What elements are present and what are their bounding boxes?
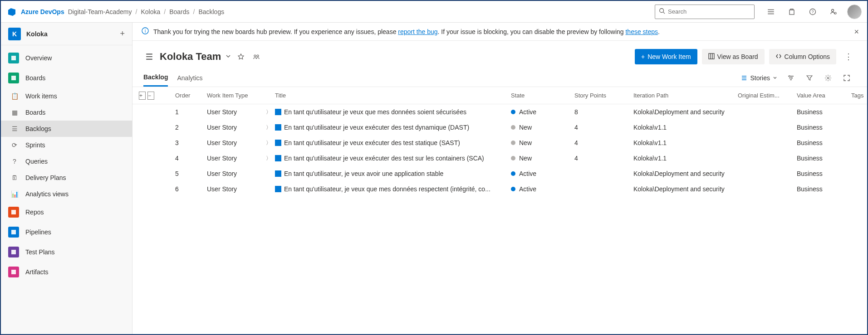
filter-icon[interactable] xyxy=(804,73,814,83)
cell-state: Active xyxy=(511,108,574,116)
cell-value-area: Business xyxy=(797,108,851,116)
cell-title[interactable]: En tant qu'utilisateur je veux exécuter … xyxy=(275,139,511,146)
collapse-all-button[interactable]: − xyxy=(147,92,154,100)
table-row[interactable]: 5 User Story En tant qu'utilisateur, je … xyxy=(132,166,867,181)
sidebar-sub-delivery-plans[interactable]: 🗓Delivery Plans xyxy=(1,170,132,186)
col-state[interactable]: State xyxy=(511,92,574,99)
sidebar-item-artifacts[interactable]: Artifacts xyxy=(1,262,132,282)
col-type[interactable]: Work Item Type xyxy=(207,92,266,99)
state-dot-icon xyxy=(511,141,515,145)
cell-title[interactable]: En tant qu'utilisateur je veux exécuter … xyxy=(275,155,511,162)
expand-chevron-icon[interactable]: 〉 xyxy=(266,109,271,115)
more-actions-icon[interactable]: ⋮ xyxy=(841,52,856,62)
columns-icon xyxy=(775,53,782,61)
sidebar-item-repos[interactable]: Repos xyxy=(1,202,132,222)
cell-state: New xyxy=(511,139,574,146)
sidebar-item-boards[interactable]: Boards xyxy=(1,68,132,88)
project-selector[interactable]: K Koloka + xyxy=(1,23,132,45)
banner-link-report[interactable]: report the bug xyxy=(398,28,437,35)
banner-link-steps[interactable]: these steps xyxy=(625,28,658,35)
sidebar-sub-queries[interactable]: ?Queries xyxy=(1,153,132,170)
backlog-level-picker[interactable]: Stories xyxy=(741,74,777,82)
sidebar-sub-analytics-views[interactable]: 📊Analytics views xyxy=(1,186,132,202)
sidebar-item-overview[interactable]: Overview xyxy=(1,48,132,68)
close-icon[interactable]: × xyxy=(854,27,859,37)
breadcrumb-item[interactable]: Backlogs xyxy=(198,8,224,15)
cell-value-area: Business xyxy=(797,170,851,177)
search-box[interactable] xyxy=(655,5,755,19)
cell-iteration: Koloka\Deployment and security xyxy=(633,170,738,177)
content-tabs: Backlog Analytics Stories xyxy=(132,69,867,87)
table-row[interactable]: 1 User Story 〉 En tant qu'utilisateur je… xyxy=(132,104,867,120)
sidebar-item-label: Artifacts xyxy=(25,268,49,276)
search-input[interactable] xyxy=(668,8,750,15)
tab-analytics[interactable]: Analytics xyxy=(177,70,202,86)
expand-chevron-icon[interactable]: 〉 xyxy=(266,155,271,161)
new-item-icon[interactable]: + xyxy=(120,29,125,39)
sidebar-sub-label: Backlogs xyxy=(25,125,51,132)
column-options-button[interactable]: Column Options xyxy=(769,49,836,64)
gear-icon[interactable] xyxy=(823,73,834,83)
view-as-board-button[interactable]: View as Board xyxy=(702,49,765,64)
col-tags[interactable]: Tags xyxy=(851,92,867,99)
user-story-icon xyxy=(275,170,281,177)
breadcrumb-item[interactable]: Digital-Team-Academy xyxy=(68,8,132,15)
sidebar-sub-label: Queries xyxy=(25,158,48,165)
cell-type: User Story xyxy=(207,124,266,131)
expand-chevron-icon[interactable]: 〉 xyxy=(266,140,271,146)
tab-backlog[interactable]: Backlog xyxy=(143,69,168,87)
col-value-area[interactable]: Value Area xyxy=(797,92,851,99)
favorite-star-icon[interactable] xyxy=(235,51,246,62)
cell-order: 5 xyxy=(175,170,207,177)
cell-title[interactable]: En tant qu'utilisateur, je veux avoir un… xyxy=(275,170,511,177)
svg-rect-9 xyxy=(11,210,16,214)
sidebar-sub-sprints[interactable]: ⟳Sprints xyxy=(1,137,132,153)
cell-title[interactable]: En tant qu'utilisateur, je veux que mes … xyxy=(275,185,511,193)
team-selector[interactable]: Koloka Team xyxy=(160,51,231,63)
expand-chevron-icon[interactable]: 〉 xyxy=(266,124,271,131)
marketplace-icon[interactable] xyxy=(785,5,799,19)
sidebar-item-test-plans[interactable]: Test Plans xyxy=(1,242,132,262)
table-row[interactable]: 4 User Story 〉 En tant qu'utilisateur je… xyxy=(132,151,867,166)
backlog-selector-icon[interactable] xyxy=(143,51,155,63)
svg-rect-10 xyxy=(11,230,16,234)
azure-devops-logo-icon[interactable] xyxy=(6,6,17,17)
table-row[interactable]: 3 User Story 〉 En tant qu'utilisateur je… xyxy=(132,135,867,151)
col-estimate[interactable]: Original Estim... xyxy=(738,92,797,99)
backlog-grid: + − Order Work Item Type Title State Sto… xyxy=(132,87,867,334)
user-story-icon xyxy=(275,124,281,131)
breadcrumb-item[interactable]: Boards xyxy=(169,8,189,15)
svg-point-16 xyxy=(257,55,259,57)
brand-link[interactable]: Azure DevOps xyxy=(21,8,64,15)
col-title[interactable]: Title xyxy=(275,92,511,99)
expand-all-button[interactable]: + xyxy=(139,92,146,100)
overview-icon xyxy=(8,53,19,63)
svg-text:?: ? xyxy=(811,10,814,14)
filter-settings-icon[interactable] xyxy=(785,73,796,83)
cell-title[interactable]: En tant qu'utilisateur je veux exécuter … xyxy=(275,124,511,131)
sidebar-sub-label: Sprints xyxy=(25,141,45,149)
help-icon[interactable]: ? xyxy=(805,5,820,19)
sidebar-sub-work-items[interactable]: 📋Work items xyxy=(1,88,132,104)
sidebar-sub-backlogs[interactable]: ☰Backlogs xyxy=(1,121,132,137)
new-work-item-button[interactable]: + New Work Item xyxy=(635,49,697,64)
user-settings-icon[interactable] xyxy=(826,5,841,19)
cell-title[interactable]: En tant qu'utilisateur je veux que mes d… xyxy=(275,108,511,116)
avatar[interactable] xyxy=(847,5,862,19)
state-dot-icon xyxy=(511,125,515,130)
col-points[interactable]: Story Points xyxy=(574,92,633,99)
table-row[interactable]: 6 User Story En tant qu'utilisateur, je … xyxy=(132,181,867,197)
settings-list-icon[interactable] xyxy=(764,5,778,19)
fullscreen-icon[interactable] xyxy=(842,73,852,83)
sidebar-item-label: Repos xyxy=(25,209,44,216)
table-row[interactable]: 2 User Story 〉 En tant qu'utilisateur je… xyxy=(132,120,867,135)
breadcrumb-item[interactable]: Koloka xyxy=(141,8,160,15)
sidebar-item-pipelines[interactable]: Pipelines xyxy=(1,222,132,242)
team-members-icon[interactable] xyxy=(251,51,262,62)
col-order[interactable]: Order xyxy=(175,92,207,99)
project-name: Koloka xyxy=(26,30,114,38)
cell-state: New xyxy=(511,155,574,162)
sidebar-sub-boards[interactable]: ▦Boards xyxy=(1,104,132,121)
col-iteration[interactable]: Iteration Path xyxy=(633,92,738,99)
info-icon: i xyxy=(142,27,149,36)
